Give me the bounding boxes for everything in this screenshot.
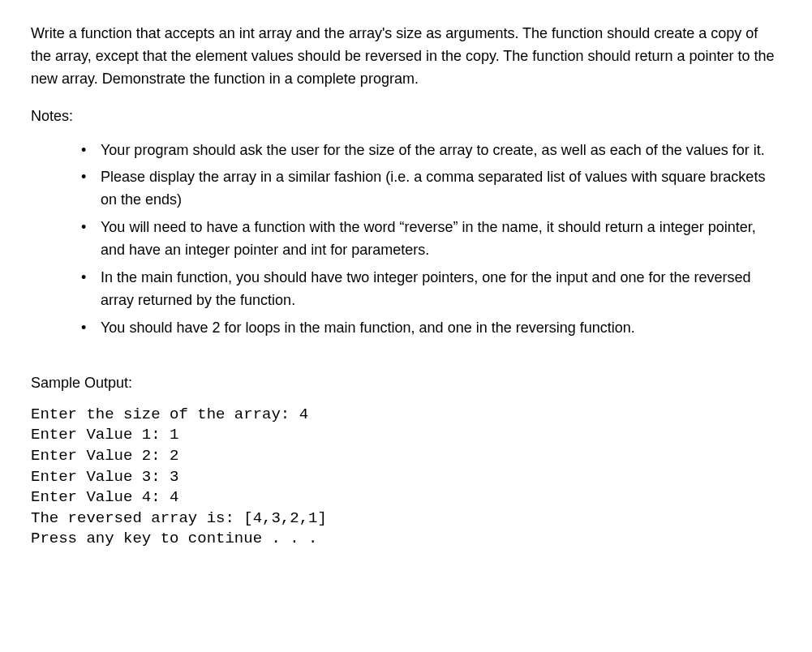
- list-item: In the main function, you should have tw…: [81, 267, 781, 312]
- list-item: Your program should ask the user for the…: [81, 139, 781, 162]
- intro-paragraph: Write a function that accepts an int arr…: [31, 23, 781, 91]
- notes-heading: Notes:: [31, 105, 781, 128]
- list-item: You should have 2 for loops in the main …: [81, 317, 781, 340]
- list-item: Please display the array in a similar fa…: [81, 166, 781, 212]
- list-item: You will need to have a function with th…: [81, 217, 781, 262]
- sample-output-block: Enter the size of the array: 4 Enter Val…: [31, 405, 781, 550]
- notes-list: Your program should ask the user for the…: [31, 139, 781, 340]
- sample-output-heading: Sample Output:: [31, 372, 781, 395]
